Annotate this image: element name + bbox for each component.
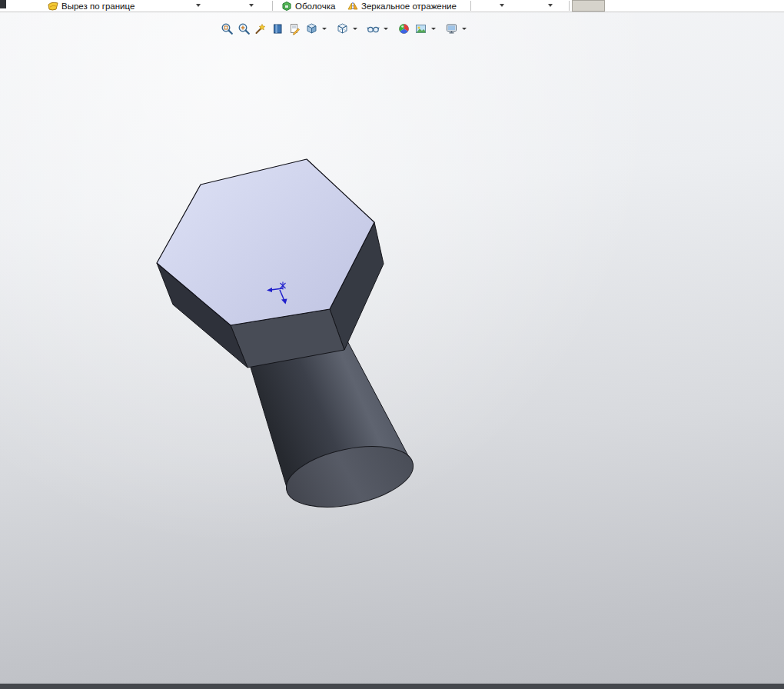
hud-gap bbox=[330, 28, 333, 29]
hex-bolt-model[interactable] bbox=[157, 159, 419, 518]
section-view-icon[interactable] bbox=[271, 22, 285, 36]
cropped-toolbar-fragment bbox=[0, 0, 6, 8]
view-settings-icon[interactable] bbox=[444, 22, 459, 36]
heads-up-view-toolbar bbox=[220, 21, 467, 36]
flyout-dropdown-arrow[interactable] bbox=[548, 4, 553, 7]
boundary-cut-icon bbox=[48, 1, 58, 12]
annotation-view-icon[interactable] bbox=[287, 22, 302, 36]
hud-gap bbox=[439, 28, 442, 29]
view-settings-dropdown-arrow[interactable] bbox=[462, 28, 467, 30]
command-ribbon: Вырез по границе Оболочка Зеркальное отр… bbox=[0, 0, 784, 12]
flyout-dropdown-arrow[interactable] bbox=[196, 4, 201, 7]
hide-show-items-dropdown-arrow[interactable] bbox=[384, 28, 388, 30]
model-scene bbox=[0, 12, 784, 684]
bottom-edge-bar bbox=[0, 684, 784, 689]
toolbar-separator bbox=[569, 1, 570, 11]
apply-scene-dropdown-arrow[interactable] bbox=[431, 28, 436, 30]
mirror-button[interactable]: Зеркальное отражение bbox=[347, 0, 457, 12]
toolbar-separator bbox=[470, 1, 471, 11]
mirror-label: Зеркальное отражение bbox=[361, 2, 457, 11]
display-style-dropdown-arrow[interactable] bbox=[353, 28, 357, 30]
previous-view-icon[interactable] bbox=[254, 22, 268, 36]
zoom-to-area-icon[interactable] bbox=[237, 22, 251, 36]
graphics-area[interactable] bbox=[0, 12, 784, 684]
flyout-dropdown-arrow[interactable] bbox=[249, 4, 254, 7]
mirror-icon bbox=[347, 1, 358, 12]
boundary-cut-label: Вырез по границе bbox=[61, 2, 135, 11]
boundary-cut-button[interactable]: Вырез по границе bbox=[48, 0, 135, 12]
shell-icon bbox=[281, 1, 292, 12]
ribbon-blank-button[interactable] bbox=[572, 0, 605, 12]
apply-scene-icon[interactable] bbox=[414, 22, 428, 36]
hide-show-items-icon[interactable] bbox=[366, 22, 380, 36]
view-orientation-icon[interactable] bbox=[304, 22, 319, 36]
zoom-to-fit-icon[interactable] bbox=[220, 22, 234, 36]
hud-gap bbox=[360, 28, 364, 29]
view-orientation-dropdown-arrow[interactable] bbox=[322, 28, 327, 30]
shell-label: Оболочка bbox=[295, 2, 335, 11]
flyout-dropdown-arrow[interactable] bbox=[500, 4, 504, 7]
edit-appearance-icon[interactable] bbox=[397, 22, 411, 36]
shell-button[interactable]: Оболочка bbox=[281, 0, 335, 12]
hud-gap bbox=[391, 28, 394, 29]
display-style-icon[interactable] bbox=[335, 22, 350, 36]
toolbar-separator bbox=[272, 1, 273, 11]
